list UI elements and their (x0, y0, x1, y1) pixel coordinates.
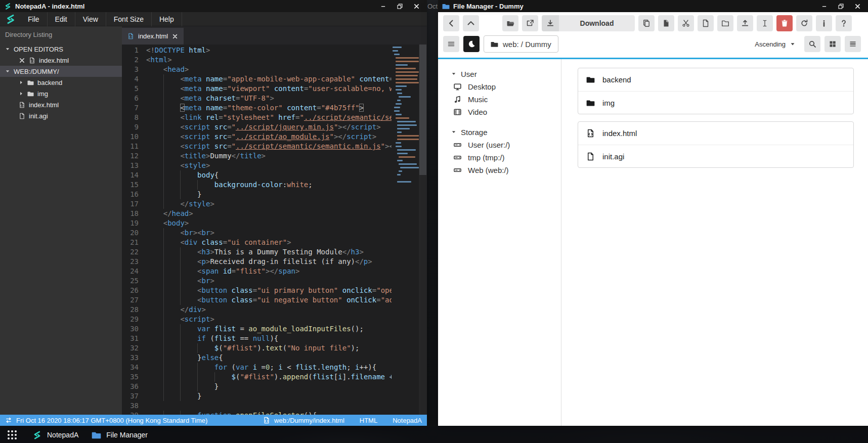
up-arrow-button[interactable] (463, 15, 479, 31)
minimize-button[interactable] (376, 1, 389, 11)
code-line[interactable]: 23<p>Received drag-in filelist (if any)<… (122, 257, 392, 267)
list-view-button[interactable] (845, 36, 861, 52)
code-line[interactable]: 29<script> (122, 315, 392, 324)
code-editor[interactable]: 1<!DOCTYPE html>2<html>3<head>4<meta nam… (122, 45, 427, 415)
sidebar-item-tmp-tmp[interactable]: tmp (tmp:/) (451, 151, 561, 164)
trash-button[interactable] (776, 15, 793, 31)
scrollbar-thumb[interactable] (419, 45, 426, 175)
sidebar-item-web-web[interactable]: Web (web:/) (451, 164, 561, 176)
taskbar-app-file-manager[interactable]: File Manager (92, 430, 148, 440)
code-line[interactable]: 7<meta name="theme-color" content="#4b75… (122, 103, 392, 113)
file-row-init-agi[interactable]: init.agi (578, 145, 853, 167)
tree-item-web-dummy[interactable]: WEB:/DUMMY/ (0, 66, 122, 77)
code-line[interactable]: 39function openFileSelector(){ (122, 411, 392, 415)
search-button[interactable] (804, 36, 820, 52)
tree-item-index-html[interactable]: index.html (0, 99, 122, 110)
code-line[interactable]: 8<link rel="stylesheet" href="../script/… (122, 113, 392, 122)
code-line[interactable]: 33}else{ (122, 353, 392, 363)
code-line[interactable]: 14body{ (122, 170, 392, 180)
tree-item-backend[interactable]: backend (0, 77, 122, 88)
code-line[interactable]: 6<meta charset="UTF-8"> (122, 94, 392, 103)
section-header-storage[interactable]: Storage (451, 125, 561, 139)
code-line[interactable]: 24<span id="flist"></span> (122, 267, 392, 276)
help-button[interactable] (836, 15, 852, 31)
external-link-button[interactable] (522, 15, 538, 31)
code-line[interactable]: 19<body> (122, 218, 392, 228)
upload-button[interactable] (737, 15, 753, 31)
code-line[interactable]: 31if (flist == null){ (122, 334, 392, 343)
code-line[interactable]: 15background-color:white; (122, 180, 392, 190)
code-line[interactable]: 18</head> (122, 209, 392, 218)
code-line[interactable]: 25<br> (122, 276, 392, 286)
restore-button[interactable] (393, 1, 406, 11)
new-folder-button[interactable] (717, 15, 733, 31)
paste-button[interactable] (658, 15, 674, 31)
close-button[interactable] (410, 1, 423, 11)
breadcrumb[interactable]: web: / Dummy (484, 35, 558, 53)
tab-close-icon[interactable] (172, 33, 178, 39)
menu-item-help[interactable]: Help (152, 12, 182, 26)
code-line[interactable]: 26<button class="ui primary button" oncl… (122, 286, 392, 295)
refresh-button[interactable] (796, 15, 812, 31)
menu-button[interactable] (443, 36, 459, 52)
menu-item-font-size[interactable]: Font Size (106, 12, 152, 26)
code-line[interactable]: 16} (122, 190, 392, 199)
sidebar-item-desktop[interactable]: Desktop (451, 80, 561, 93)
code-line[interactable]: 35$("#flist").append(flist[i].filename +… (122, 372, 392, 382)
fm-titlebar[interactable]: File Manager - Dummy (438, 0, 868, 12)
tree-item-open-editors[interactable]: OPEN EDITORS (0, 43, 122, 55)
sidebar-item-video[interactable]: Video (451, 106, 561, 118)
code-line[interactable]: 13<style> (122, 161, 392, 170)
code-line[interactable]: 10<script src="../script/ao_module.js"><… (122, 132, 392, 142)
rename-cursor-button[interactable] (757, 15, 773, 31)
open-folder-button[interactable] (502, 15, 518, 31)
code-line[interactable]: 20<br><br> (122, 228, 392, 238)
file-row-index-html[interactable]: index.html (578, 122, 853, 145)
sidebar-item-user-user[interactable]: User (user:/) (451, 139, 561, 151)
section-header-user[interactable]: User (451, 67, 561, 80)
restore-button[interactable] (834, 1, 847, 11)
code-line[interactable]: 17</style> (122, 199, 392, 209)
close-button[interactable] (851, 1, 864, 11)
code-line[interactable]: 36} (122, 382, 392, 391)
code-line[interactable]: 28</div> (122, 305, 392, 315)
minimap[interactable] (393, 47, 418, 185)
tree-item-init-agi[interactable]: init.agi (0, 110, 122, 121)
info-button[interactable] (816, 15, 832, 31)
sidebar-item-music[interactable]: Music (451, 93, 561, 106)
code-line[interactable]: 38 (122, 401, 392, 411)
code-line[interactable]: 9<script src="../script/jquery.min.js"><… (122, 122, 392, 132)
code-line[interactable]: 4<meta name="apple-mobile-web-app-capabl… (122, 74, 392, 84)
notepad-titlebar[interactable]: NotepadA - index.html (0, 0, 427, 12)
tree-item-img[interactable]: img (0, 88, 122, 99)
theme-toggle-button[interactable] (463, 36, 480, 52)
minimize-button[interactable] (817, 1, 831, 11)
cut-button[interactable] (678, 15, 694, 31)
code-line[interactable]: 1<!DOCTYPE html> (122, 46, 392, 55)
statusbar-path[interactable]: web:/Dummy/index.html (274, 417, 344, 424)
tab-index-html[interactable]: index.html (122, 28, 184, 45)
back-arrow-button[interactable] (443, 15, 459, 31)
code-line[interactable]: 34for (var i =0; i < flist.length; i++){ (122, 363, 392, 372)
taskbar-app-notepada[interactable]: NotepadA (32, 430, 78, 440)
copy-button[interactable] (638, 15, 655, 31)
app-launcher-icon[interactable] (5, 430, 19, 440)
menu-item-edit[interactable]: Edit (48, 12, 75, 26)
code-line[interactable]: 22<h3>This is a Dummy Testing Module</h3… (122, 247, 392, 257)
sort-dropdown[interactable]: Ascending (755, 40, 800, 48)
grid-view-button[interactable] (824, 36, 841, 52)
code-line[interactable]: 32$("#flist").text("No input file"); (122, 343, 392, 353)
code-line[interactable]: 21<div class="ui container"> (122, 238, 392, 247)
menu-item-view[interactable]: View (75, 12, 106, 26)
editor-scrollbar[interactable] (419, 45, 427, 415)
file-row-img[interactable]: img (578, 91, 853, 114)
new-file-button[interactable] (698, 15, 714, 31)
code-line[interactable]: 5<meta name="viewport" content="user-sca… (122, 84, 392, 94)
file-row-backend[interactable]: backend (578, 68, 853, 91)
code-line[interactable]: 2<html> (122, 55, 392, 65)
code-line[interactable]: 30var flist = ao_module_loadInputFiles()… (122, 324, 392, 334)
download-button[interactable]: Download (542, 15, 635, 31)
code-line[interactable]: 37} (122, 391, 392, 401)
menu-item-file[interactable]: File (20, 12, 48, 26)
code-line[interactable]: 12<title>Dummy</title> (122, 151, 392, 161)
